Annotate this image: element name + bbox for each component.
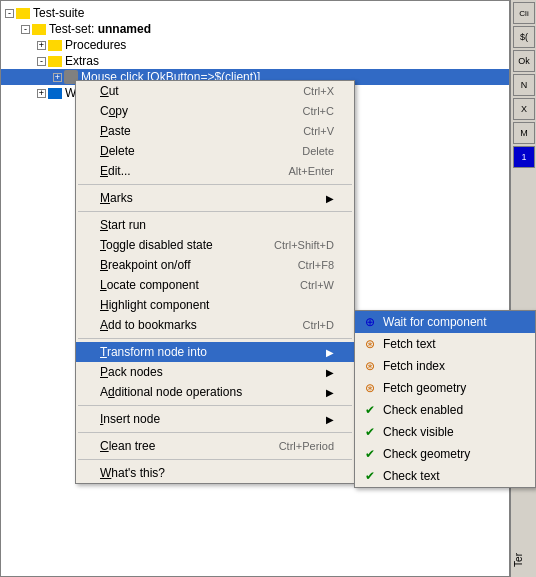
tree-label: Test-suite: [33, 6, 84, 20]
submenu-item-check-geometry[interactable]: ✔ Check geometry: [355, 443, 535, 465]
right-btn-dollar[interactable]: $(: [513, 26, 535, 48]
submenu-arrow-pack: ▶: [326, 367, 334, 378]
check-icon: ✔: [361, 424, 379, 440]
menu-item-marks[interactable]: Marks ▶: [76, 188, 354, 208]
menu-label-locate: Locate component: [100, 278, 199, 292]
tree-label: Extras: [65, 54, 99, 68]
menu-item-paste[interactable]: Paste Ctrl+V: [76, 121, 354, 141]
tree-item-extras[interactable]: - Extras: [1, 53, 509, 69]
shortcut-toggle-disabled: Ctrl+Shift+D: [274, 239, 334, 251]
separator-3: [78, 338, 352, 339]
fetch-icon: ⊛: [361, 380, 379, 396]
fetch-icon: ⊛: [361, 336, 379, 352]
menu-item-toggle-disabled[interactable]: Toggle disabled state Ctrl+Shift+D: [76, 235, 354, 255]
submenu-transform: ⊕ Wait for component ⊛ Fetch text ⊛ Fetc…: [354, 310, 536, 488]
tree-label: Procedures: [65, 38, 126, 52]
expand-icon[interactable]: +: [53, 73, 62, 82]
menu-label-additional: Additional node operations: [100, 385, 242, 399]
submenu-item-fetch-index[interactable]: ⊛ Fetch index: [355, 355, 535, 377]
menu-label-delete: Delete: [100, 144, 135, 158]
check-icon: ✔: [361, 446, 379, 462]
folder-icon: [16, 8, 30, 19]
shortcut-paste: Ctrl+V: [303, 125, 334, 137]
menu-label-bookmarks: Add to bookmarks: [100, 318, 197, 332]
submenu-item-check-visible[interactable]: ✔ Check visible: [355, 421, 535, 443]
menu-item-clean-tree[interactable]: Clean tree Ctrl+Period: [76, 436, 354, 456]
menu-item-copy[interactable]: Copy Ctrl+C: [76, 101, 354, 121]
menu-item-bookmarks[interactable]: Add to bookmarks Ctrl+D: [76, 315, 354, 335]
menu-label-paste: Paste: [100, 124, 131, 138]
right-panel: Cli $( Ok N X M 1 Ter: [510, 0, 536, 577]
submenu-item-check-text[interactable]: ✔ Check text: [355, 465, 535, 487]
submenu-label: Check enabled: [383, 403, 463, 417]
menu-label-edit: Edit...: [100, 164, 131, 178]
fetch-icon: ⊛: [361, 358, 379, 374]
menu-item-cut[interactable]: Cut Ctrl+X: [76, 81, 354, 101]
menu-label-transform: Transform node into: [100, 345, 207, 359]
menu-item-transform[interactable]: Transform node into ▶: [76, 342, 354, 362]
menu-label-pack: Pack nodes: [100, 365, 163, 379]
menu-label-cut: Cut: [100, 84, 119, 98]
submenu-arrow-insert: ▶: [326, 414, 334, 425]
menu-label-copy: Copy: [100, 104, 128, 118]
tree-item-procedures[interactable]: + Procedures: [1, 37, 509, 53]
submenu-item-check-enabled[interactable]: ✔ Check enabled: [355, 399, 535, 421]
submenu-label: Fetch text: [383, 337, 436, 351]
shortcut-cut: Ctrl+X: [303, 85, 334, 97]
right-btn-cli[interactable]: Cli: [513, 2, 535, 24]
expand-icon[interactable]: +: [37, 41, 46, 50]
submenu-label: Fetch index: [383, 359, 445, 373]
right-btn-x[interactable]: X: [513, 98, 535, 120]
menu-label-marks: Marks: [100, 191, 133, 205]
tree-item-test-set[interactable]: - Test-set: unnamed: [1, 21, 509, 37]
right-btn-ok[interactable]: Ok: [513, 50, 535, 72]
expand-icon[interactable]: -: [21, 25, 30, 34]
submenu-label: Check visible: [383, 425, 454, 439]
menu-item-edit[interactable]: Edit... Alt+Enter: [76, 161, 354, 181]
submenu-label: Check geometry: [383, 447, 470, 461]
shortcut-clean-tree: Ctrl+Period: [279, 440, 334, 452]
right-btn-m[interactable]: M: [513, 122, 535, 144]
right-btn-1[interactable]: 1: [513, 146, 535, 168]
folder-icon: [32, 24, 46, 35]
expand-icon[interactable]: -: [37, 57, 46, 66]
separator-1: [78, 184, 352, 185]
context-menu: Cut Ctrl+X Copy Ctrl+C Paste Ctrl+V Dele…: [75, 80, 355, 484]
menu-item-start-run[interactable]: Start run: [76, 215, 354, 235]
tree-item-test-suite[interactable]: - Test-suite: [1, 5, 509, 21]
expand-icon[interactable]: -: [5, 9, 14, 18]
menu-item-locate[interactable]: Locate component Ctrl+W: [76, 275, 354, 295]
right-btn-n[interactable]: N: [513, 74, 535, 96]
menu-item-additional[interactable]: Additional node operations ▶: [76, 382, 354, 402]
menu-item-delete[interactable]: Delete Delete: [76, 141, 354, 161]
expand-icon[interactable]: +: [37, 89, 46, 98]
shortcut-locate: Ctrl+W: [300, 279, 334, 291]
submenu-label: Wait for component: [383, 315, 487, 329]
menu-item-insert[interactable]: Insert node ▶: [76, 409, 354, 429]
submenu-item-fetch-geometry[interactable]: ⊛ Fetch geometry: [355, 377, 535, 399]
submenu-label: Check text: [383, 469, 440, 483]
separator-2: [78, 211, 352, 212]
menu-label-breakpoint: Breakpoint on/off: [100, 258, 191, 272]
wait-icon: ⊕: [361, 314, 379, 330]
menu-item-pack[interactable]: Pack nodes ▶: [76, 362, 354, 382]
submenu-label: Fetch geometry: [383, 381, 466, 395]
submenu-item-fetch-text[interactable]: ⊛ Fetch text: [355, 333, 535, 355]
submenu-arrow-marks: ▶: [326, 193, 334, 204]
win-icon: [48, 88, 62, 99]
separator-6: [78, 459, 352, 460]
submenu-item-wait-for-component[interactable]: ⊕ Wait for component: [355, 311, 535, 333]
menu-label-insert: Insert node: [100, 412, 160, 426]
shortcut-bookmarks: Ctrl+D: [303, 319, 334, 331]
menu-label-highlight: Highlight component: [100, 298, 209, 312]
shortcut-copy: Ctrl+C: [303, 105, 334, 117]
terminal-label: Ter: [513, 553, 534, 567]
menu-label-clean-tree: Clean tree: [100, 439, 155, 453]
menu-item-highlight[interactable]: Highlight component: [76, 295, 354, 315]
menu-item-breakpoint[interactable]: Breakpoint on/off Ctrl+F8: [76, 255, 354, 275]
shortcut-breakpoint: Ctrl+F8: [298, 259, 334, 271]
submenu-arrow-additional: ▶: [326, 387, 334, 398]
folder-icon: [48, 56, 62, 67]
menu-item-whats-this[interactable]: What's this?: [76, 463, 354, 483]
menu-label-start-run: Start run: [100, 218, 146, 232]
